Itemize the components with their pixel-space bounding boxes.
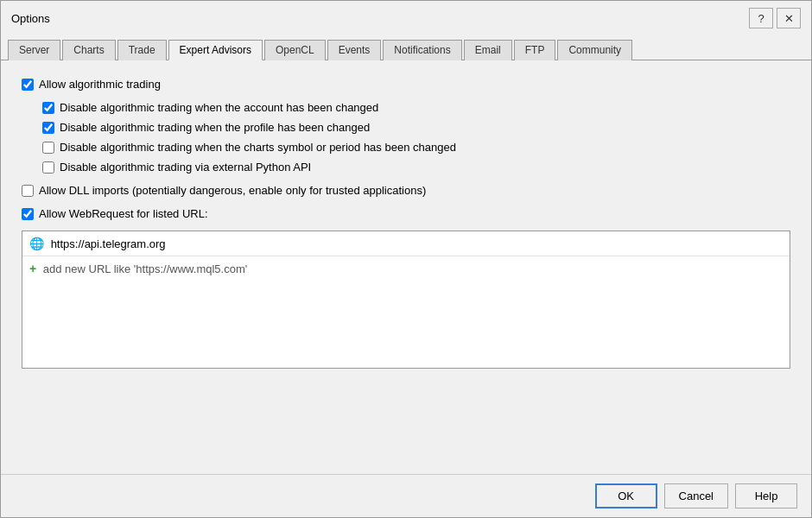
- allow-webrequest-label[interactable]: Allow WebRequest for listed URL:: [39, 207, 208, 220]
- allow-algorithmic-checkbox[interactable]: [22, 79, 34, 91]
- disable-account-label[interactable]: Disable algorithmic trading when the acc…: [60, 101, 378, 114]
- tabs-bar: Server Charts Trade Expert Advisors Open…: [1, 35, 811, 60]
- footer: OK Cancel Help: [1, 474, 811, 517]
- url-add-row[interactable]: + add new URL like 'https://www.mql5.com…: [22, 256, 790, 281]
- disable-python-checkbox[interactable]: [42, 161, 54, 174]
- url-table: 🌐 https://api.telegram.org + add new URL…: [22, 231, 790, 281]
- options-window: Options ? ✕ Server Charts Trade Expert A…: [0, 0, 812, 518]
- url-row-telegram[interactable]: 🌐 https://api.telegram.org: [22, 231, 790, 256]
- cancel-button[interactable]: Cancel: [664, 483, 728, 509]
- algorithmic-sub-options: Disable algorithmic trading when the acc…: [42, 101, 790, 174]
- tab-ftp[interactable]: FTP: [514, 40, 556, 60]
- tab-notifications[interactable]: Notifications: [383, 40, 461, 60]
- disable-profile-row: Disable algorithmic trading when the pro…: [42, 121, 790, 134]
- tab-charts[interactable]: Charts: [62, 40, 115, 60]
- url-add-row-col2: [746, 256, 790, 281]
- window-title: Options: [11, 12, 50, 25]
- allow-algorithmic-label[interactable]: Allow algorithmic trading: [39, 78, 161, 91]
- allow-dll-row: Allow DLL imports (potentially dangerous…: [22, 184, 790, 197]
- tab-expert-advisors[interactable]: Expert Advisors: [168, 40, 263, 60]
- url-add-row-cell: + add new URL like 'https://www.mql5.com…: [22, 256, 746, 281]
- url-add-placeholder: add new URL like 'https://www.mql5.com': [43, 262, 247, 275]
- allow-algorithmic-row: Allow algorithmic trading: [22, 78, 790, 91]
- disable-account-row: Disable algorithmic trading when the acc…: [42, 101, 790, 114]
- title-bar-right: ? ✕: [749, 8, 801, 28]
- disable-profile-label[interactable]: Disable algorithmic trading when the pro…: [60, 121, 370, 134]
- url-table-container: 🌐 https://api.telegram.org + add new URL…: [22, 231, 790, 369]
- tab-opencl[interactable]: OpenCL: [264, 40, 326, 60]
- url-row-telegram-cell: 🌐 https://api.telegram.org: [22, 231, 746, 256]
- disable-profile-checkbox[interactable]: [42, 122, 54, 134]
- tab-trade[interactable]: Trade: [117, 40, 167, 60]
- help-window-button[interactable]: ?: [749, 8, 773, 28]
- url-row-telegram-col2: [746, 231, 790, 256]
- ok-button[interactable]: OK: [595, 483, 657, 509]
- close-window-button[interactable]: ✕: [777, 8, 801, 28]
- title-bar-left: Options: [11, 12, 50, 25]
- globe-icon: 🌐: [29, 237, 44, 250]
- allow-dll-checkbox[interactable]: [22, 185, 34, 197]
- tab-server[interactable]: Server: [8, 40, 60, 60]
- tab-events[interactable]: Events: [327, 40, 382, 60]
- disable-charts-label[interactable]: Disable algorithmic trading when the cha…: [60, 141, 456, 154]
- disable-account-checkbox[interactable]: [42, 102, 54, 114]
- title-bar: Options ? ✕: [1, 1, 811, 35]
- allow-webrequest-checkbox[interactable]: [22, 208, 34, 220]
- disable-python-row: Disable algorithmic trading via external…: [42, 161, 790, 174]
- tab-community[interactable]: Community: [557, 40, 632, 60]
- content-area: Allow algorithmic trading Disable algori…: [1, 60, 811, 474]
- disable-python-label[interactable]: Disable algorithmic trading via external…: [60, 161, 311, 174]
- disable-charts-row: Disable algorithmic trading when the cha…: [42, 141, 790, 154]
- allow-webrequest-row: Allow WebRequest for listed URL:: [22, 207, 790, 220]
- tab-email[interactable]: Email: [464, 40, 512, 60]
- disable-charts-checkbox[interactable]: [42, 142, 54, 154]
- allow-dll-label[interactable]: Allow DLL imports (potentially dangerous…: [39, 184, 426, 197]
- help-button[interactable]: Help: [735, 483, 797, 509]
- plus-icon: +: [29, 262, 36, 275]
- url-telegram-value: https://api.telegram.org: [51, 237, 166, 250]
